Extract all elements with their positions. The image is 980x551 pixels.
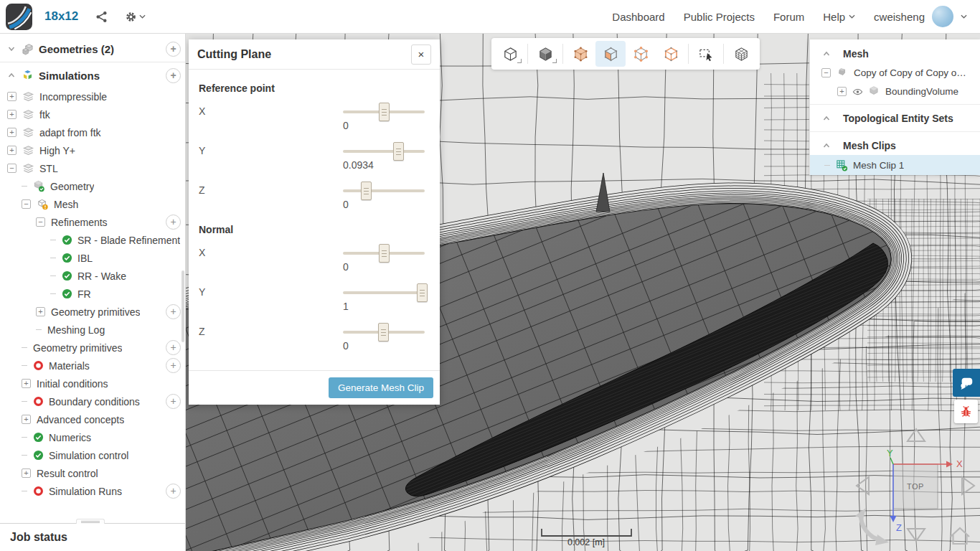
view-wireframe-button[interactable] xyxy=(495,41,525,67)
slider-handle[interactable] xyxy=(379,244,390,263)
sidebar-item-materials[interactable]: Materials+ xyxy=(0,357,185,375)
expander-plus-button[interactable]: + xyxy=(22,415,31,424)
slider-handle[interactable] xyxy=(378,323,389,342)
select-vertex-button[interactable] xyxy=(626,41,656,67)
view-solid-button[interactable] xyxy=(530,41,560,67)
caret-up-icon[interactable] xyxy=(822,113,831,123)
user-menu[interactable]: cweisheng xyxy=(874,6,967,27)
generate-mesh-clip-button[interactable]: Generate Mesh Clip xyxy=(329,377,433,398)
nav-dashboard[interactable]: Dashboard xyxy=(612,11,664,23)
nav-help[interactable]: Help xyxy=(823,11,855,23)
expander-plus-button[interactable]: + xyxy=(7,128,17,137)
sidebar-item-ftk[interactable]: +ftk xyxy=(0,105,185,123)
sidebar-item-stl[interactable]: −STL xyxy=(0,159,185,177)
caret-up-icon[interactable] xyxy=(822,49,831,58)
expander-plus-button[interactable]: + xyxy=(22,468,31,478)
nav-forum[interactable]: Forum xyxy=(773,11,804,23)
slider-track[interactable] xyxy=(343,150,425,153)
slider-handle[interactable] xyxy=(393,142,404,161)
sidebar-item-numerics[interactable]: Numerics xyxy=(0,428,185,446)
close-button[interactable]: × xyxy=(411,44,431,65)
slider-track[interactable] xyxy=(343,252,425,255)
expander-plus-button[interactable]: + xyxy=(837,87,847,96)
slider-track[interactable] xyxy=(343,189,425,192)
mesh-display-button[interactable] xyxy=(726,41,756,67)
caret-down-icon[interactable] xyxy=(7,44,17,54)
add-button[interactable]: + xyxy=(166,484,181,499)
select-edge-button[interactable] xyxy=(656,41,686,67)
sidebar-item-geometry-primitives[interactable]: Geometry primitives+ xyxy=(0,339,185,357)
slider-handle[interactable] xyxy=(379,103,390,121)
project-settings-button[interactable] xyxy=(125,11,146,23)
slider-track[interactable] xyxy=(343,110,425,113)
panel-section-mesh[interactable]: Mesh xyxy=(810,44,980,63)
slider-row-reference-point-x: X0 xyxy=(197,103,431,142)
slider-handle[interactable] xyxy=(361,182,372,200)
expander-minus-button[interactable]: − xyxy=(36,217,45,227)
panel-section-topological-entity-sets[interactable]: Topological Entity Sets xyxy=(810,108,980,128)
sidebar-item-simulations[interactable]: Simulations+ xyxy=(0,63,185,88)
nav-public-projects[interactable]: Public Projects xyxy=(684,11,755,23)
sidebar-item-geometries-2[interactable]: Geometries (2)+ xyxy=(0,37,185,61)
expander-minus-button[interactable]: − xyxy=(22,199,31,209)
sidebar-item-boundary-conditions[interactable]: Boundary conditions+ xyxy=(0,392,185,410)
expander-plus-button[interactable]: + xyxy=(36,307,45,316)
select-volume-button[interactable] xyxy=(565,41,595,67)
sidebar-item-rr-wake[interactable]: RR - Wake xyxy=(0,267,185,285)
sidebar-item-initial-conditions[interactable]: +Initial conditions xyxy=(0,375,185,392)
slider-track[interactable] xyxy=(343,331,425,334)
sidebar-item-incompressible[interactable]: +Incompressible xyxy=(0,88,185,105)
sidebar-item-simulation-control[interactable]: Simulation control xyxy=(0,446,185,464)
add-button[interactable]: + xyxy=(166,215,181,230)
add-button[interactable]: + xyxy=(166,358,181,373)
sidebar-item-high-y[interactable]: +High Y+ xyxy=(0,141,185,159)
tree-row-mesh-clip-1[interactable]: Mesh Clip 1 xyxy=(810,155,980,175)
tree-connector xyxy=(824,165,830,166)
sidebar-item-fr[interactable]: FR xyxy=(0,285,185,303)
scrollbar-thumb[interactable] xyxy=(182,270,184,342)
sidebar-item-sr-blade-refinement[interactable]: SR - Blade Refinement xyxy=(0,231,185,249)
share-button[interactable] xyxy=(95,11,108,23)
sidebar-item-adapt-from-ftk[interactable]: +adapt from ftk xyxy=(0,123,185,141)
expander-minus-button[interactable]: − xyxy=(7,164,17,173)
sidebar-item-ibl[interactable]: IBL xyxy=(0,249,185,267)
expander-minus-button[interactable]: − xyxy=(821,68,831,77)
expander-plus-button[interactable]: + xyxy=(22,379,31,388)
sidebar-item-geometry-primitives[interactable]: +Geometry primitives+ xyxy=(0,303,185,321)
project-name[interactable]: 18x12 xyxy=(44,9,78,24)
slider-track[interactable] xyxy=(343,291,425,294)
job-status-bar[interactable]: Job status xyxy=(0,523,185,551)
sidebar-item-refinements[interactable]: −Refinements+ xyxy=(0,213,185,231)
add-button[interactable]: + xyxy=(166,340,181,355)
panel-drag-handle[interactable] xyxy=(76,519,105,524)
expander-plus-button[interactable]: + xyxy=(7,110,17,119)
caret-up-icon[interactable] xyxy=(822,141,831,150)
nav-cube-face-label[interactable]: TOP xyxy=(907,482,924,491)
sidebar-item-advanced-concepts[interactable]: +Advanced concepts xyxy=(0,410,185,428)
add-button[interactable]: + xyxy=(166,394,181,409)
expander-plus-button[interactable]: + xyxy=(7,146,17,155)
select-volume-icon xyxy=(573,46,589,62)
caret-up-icon[interactable] xyxy=(7,71,17,80)
avatar[interactable] xyxy=(932,6,953,27)
slider-handle[interactable] xyxy=(417,283,428,302)
sidebar-item-simulation-runs[interactable]: Simulation Runs+ xyxy=(0,482,185,500)
chat-button[interactable] xyxy=(953,369,980,397)
tree-connector xyxy=(22,437,27,438)
sidebar-item-mesh[interactable]: −Mesh xyxy=(0,195,185,213)
add-button[interactable]: + xyxy=(166,304,181,319)
sidebar-item-label: Geometry primitives xyxy=(51,306,140,318)
tree-row-copy-of-copy-of-copy-of-me[interactable]: −Copy of Copy of Copy of Me... xyxy=(810,63,980,82)
select-face-button[interactable] xyxy=(595,41,626,67)
add-button[interactable]: + xyxy=(166,68,181,83)
panel-section-mesh-clips[interactable]: Mesh Clips xyxy=(810,136,980,155)
expander-plus-button[interactable]: + xyxy=(7,92,17,101)
report-bug-button[interactable] xyxy=(954,400,978,423)
tree-row-boundingvolume[interactable]: +BoundingVolume xyxy=(810,82,980,100)
sidebar-item-result-control[interactable]: +Result control xyxy=(0,464,185,482)
add-button[interactable]: + xyxy=(166,42,181,57)
sidebar-item-meshing-log[interactable]: Meshing Log xyxy=(0,321,185,339)
sidebar-item-geometry[interactable]: Geometry xyxy=(0,177,185,195)
app-logo-icon[interactable] xyxy=(6,4,32,30)
box-select-button[interactable] xyxy=(691,41,721,67)
